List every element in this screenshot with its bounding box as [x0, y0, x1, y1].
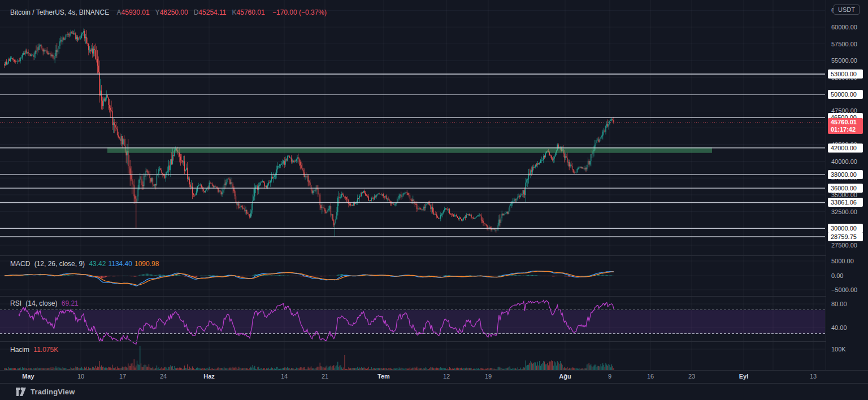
time-tick-label: 16: [647, 373, 654, 380]
last-price-value: 45760.01: [831, 119, 860, 126]
time-tick-label: Tem: [377, 373, 390, 380]
price-axis[interactable]: USDT 62500.0060000.0057500.0055000.00525…: [826, 0, 868, 383]
macd-plot: [5, 271, 614, 286]
price-level-badge[interactable]: 50000.00: [828, 90, 863, 99]
bottom-toolbar: TradingView: [0, 383, 868, 400]
bar-countdown: 01:17:42: [831, 126, 860, 133]
macd-value: 1090.98: [134, 260, 159, 268]
time-tick-label: 12: [443, 373, 450, 380]
macd-tick-label: 0.00: [831, 272, 843, 280]
ohlc-label: A: [117, 8, 121, 16]
time-tick-label: 24: [160, 373, 167, 380]
price-level-badge[interactable]: 42000.00: [828, 144, 863, 153]
macd-params: (12, 26, close, 9): [34, 260, 85, 268]
ohlc-value: 45930.01: [121, 8, 150, 16]
last-price-badge[interactable]: 45760.0101:17:42: [828, 118, 863, 134]
time-tick-label: 23: [688, 373, 695, 380]
chart-canvas[interactable]: [0, 0, 868, 400]
time-axis[interactable]: May101724Haz1421Tem1219Ağu91623Eyl13: [0, 370, 868, 383]
macd-title: MACD: [10, 260, 30, 268]
macd-tick-label: 5000.00: [831, 257, 854, 265]
currency-toggle-button[interactable]: USDT: [834, 5, 860, 15]
time-tick-label: 9: [608, 373, 611, 380]
time-tick-label: Eyl: [739, 373, 749, 380]
rsi-legend[interactable]: RSI (14, close) 69.21: [10, 299, 79, 307]
tradingview-logo-icon: [16, 387, 27, 397]
tradingview-logo-text: TradingView: [31, 388, 75, 396]
rsi-params: (14, close): [25, 299, 57, 307]
rsi-tick-label: 40.00: [831, 324, 847, 332]
price-level-badge[interactable]: 28759.75: [828, 232, 863, 241]
tradingview-logo[interactable]: TradingView: [16, 387, 75, 397]
ohlc-value: 45254.11: [198, 8, 226, 16]
ohlc-value: 45760.01: [237, 8, 265, 16]
time-tick-label: May: [22, 373, 34, 380]
time-tick-label: 13: [810, 373, 817, 380]
time-tick-label: 21: [322, 373, 328, 380]
time-tick-label: 10: [77, 373, 84, 380]
rsi-plot: [0, 301, 825, 344]
ohlc-label: K: [232, 8, 237, 16]
ohlc-value: 46250.00: [160, 8, 188, 16]
time-tick-label: 14: [281, 373, 288, 380]
volume-title: Hacim: [10, 346, 29, 354]
macd-value: 43.42: [89, 260, 106, 268]
macd-values: 43.421134.401090.98: [86, 260, 159, 268]
price-change: −170.00 (−0.37%): [272, 8, 327, 16]
macd-value: 1134.40: [108, 260, 132, 268]
price-tick-label: 60000.00: [831, 23, 857, 31]
symbol-legend[interactable]: Bitcoin / TetherUS, 4s, BINANCE A45930.0…: [10, 8, 327, 16]
price-level-badge[interactable]: 53000.00: [828, 69, 863, 79]
volume-legend[interactable]: Hacim 11.075K: [10, 346, 58, 354]
ohlc-values: A45930.01Y46250.00D45254.11K45760.01: [111, 8, 265, 16]
price-tick-label: 27500.00: [831, 241, 857, 249]
price-level-badge[interactable]: 38000.00: [828, 170, 863, 179]
price-level-badge[interactable]: 33861.06: [828, 198, 863, 207]
price-level-badge[interactable]: 36000.00: [828, 184, 863, 193]
horizontal-line-drawings[interactable]: [0, 74, 825, 237]
macd-tick-label: −5000.00: [831, 286, 857, 294]
volume-value: 11.075K: [33, 346, 58, 354]
price-tick-label: 55000.00: [831, 56, 857, 64]
chart-window: Bitcoin / TetherUS, 4s, BINANCE A45930.0…: [0, 0, 868, 400]
price-tick-label: 40000.00: [831, 158, 857, 166]
ohlc-label: Y: [155, 8, 160, 16]
time-tick-label: 17: [119, 373, 126, 380]
macd-legend[interactable]: MACD (12, 26, close, 9) 43.421134.401090…: [10, 260, 159, 268]
price-tick-label: 32500.00: [831, 208, 857, 216]
price-level-badge[interactable]: 30000.00: [828, 224, 863, 233]
rsi-tick-label: 80.00: [831, 300, 847, 308]
symbol-title: Bitcoin / TetherUS, 4s, BINANCE: [10, 8, 109, 16]
volume-tick-label: 100K: [831, 345, 846, 353]
time-tick-label: Haz: [203, 373, 215, 380]
rsi-value: 69.21: [62, 299, 79, 307]
rsi-title: RSI: [10, 299, 21, 307]
time-tick-label: 19: [485, 373, 492, 380]
time-tick-label: Ağu: [559, 373, 571, 380]
price-tick-label: 57500.00: [831, 40, 857, 48]
candles-layer: [4, 28, 614, 236]
